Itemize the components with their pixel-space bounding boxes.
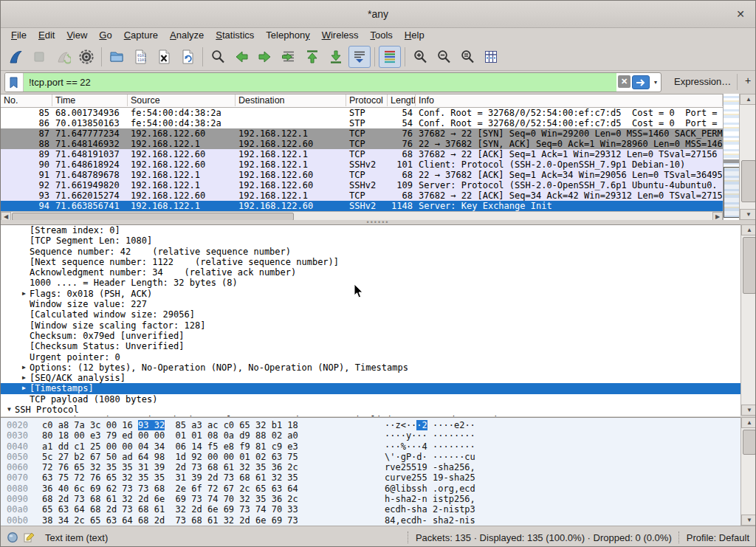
zoom-out-button[interactable] (433, 46, 455, 68)
expander-closed-icon[interactable]: ▶ (18, 415, 30, 416)
restart-capture-button[interactable] (52, 46, 74, 68)
go-back-button[interactable] (230, 46, 252, 68)
hex-ascii[interactable]: 6@libssh .org,ecd (385, 484, 475, 494)
hex-ascii[interactable]: ··z<···2 ····e2·· (385, 420, 475, 430)
menu-file[interactable]: File (5, 28, 32, 43)
hex-ascii[interactable]: h-sha2-n istp256, (385, 494, 475, 504)
scroll-up-arrow[interactable]: ▲ (741, 417, 756, 428)
packet-list-vscrollbar[interactable]: ▲ ▼ (739, 94, 756, 220)
hex-bytes[interactable]: 5c 27 b2 67 50 ad 64 98 1d 92 00 00 01 0… (42, 452, 298, 462)
expander-closed-icon[interactable]: ▶ (18, 373, 30, 383)
hex-bytes[interactable]: c0 a8 7a 3c 00 16 93 32 85 a3 ac c0 65 3… (42, 420, 298, 430)
reload-file-button[interactable] (176, 46, 199, 68)
hex-row-0060[interactable]: 006072 76 65 32 35 35 31 39 2d 73 68 61 … (1, 462, 740, 472)
minimap-viewport[interactable] (724, 167, 740, 217)
hex-row-0080[interactable]: 008036 40 6c 69 62 73 73 68 2e 6f 72 67 … (1, 484, 740, 494)
packet-row-85[interactable]: 8568.001734936fe:54:00:d4:38:2aSTP54Conf… (1, 108, 723, 118)
packet-row-94[interactable]: 9471.663856741192.168.122.1192.168.122.6… (1, 201, 723, 211)
detail-line[interactable]: [Checksum Status: Unverified] (1, 341, 740, 351)
scrollbar-thumb[interactable] (743, 237, 756, 294)
menu-help[interactable]: Help (399, 28, 430, 43)
detail-line[interactable]: [Window size scaling factor: 128] (1, 320, 740, 331)
capture-comment-button[interactable] (23, 531, 35, 543)
hex-row-0040[interactable]: 0040a1 dd c1 25 00 00 04 34 06 14 f5 e8 … (1, 441, 740, 452)
hex-ascii[interactable]: \'·gP·d· ······cu (385, 452, 475, 462)
stop-capture-button[interactable] (28, 46, 50, 68)
hex-vscrollbar[interactable]: ▲ ▼ (740, 417, 756, 526)
hex-ascii[interactable]: ····y··· ········ (385, 430, 475, 441)
profile-button[interactable]: Profile: Default (687, 532, 749, 543)
hex-row-0070[interactable]: 007063 75 72 76 65 32 35 35 31 39 2d 73 … (1, 472, 740, 483)
detail-line[interactable]: ▶SSH Version 2 (encryption:chacha20-poly… (1, 415, 740, 416)
detail-line[interactable]: ▶[SEQ/ACK analysis] (1, 373, 740, 383)
menu-analyze[interactable]: Analyze (164, 28, 210, 43)
hex-row-0050[interactable]: 00505c 27 b2 67 50 ad 64 98 1d 92 00 00 … (1, 452, 740, 462)
find-packet-button[interactable] (207, 46, 229, 68)
go-to-packet-button[interactable] (278, 46, 300, 68)
hex-ascii[interactable]: 84,ecdh- sha2-nis (385, 515, 475, 526)
scroll-down-arrow[interactable]: ▼ (741, 405, 756, 416)
packet-row-91[interactable]: 9171.648789678192.168.122.1192.168.122.6… (1, 170, 723, 180)
close-file-button[interactable] (153, 46, 175, 68)
expander-open-icon[interactable]: ▼ (4, 405, 15, 415)
scroll-down-arrow[interactable]: ▼ (741, 515, 756, 526)
intelligent-scrollbar-minimap[interactable] (723, 94, 740, 220)
detail-line[interactable]: Window size value: 227 (1, 299, 740, 309)
detail-line[interactable]: [TCP Segment Len: 1080] (1, 235, 740, 246)
column-header-time[interactable]: Time (52, 94, 128, 106)
details-vscrollbar[interactable]: ▲ ▼ (740, 224, 756, 416)
auto-scroll-button[interactable] (348, 46, 371, 68)
go-forward-button[interactable] (254, 46, 276, 68)
packet-row-87[interactable]: 8771.647777234192.168.122.60192.168.122.… (1, 128, 723, 139)
detail-line[interactable]: Sequence number: 42 (relative sequence n… (1, 247, 740, 257)
hex-bytes[interactable]: a1 dd c1 25 00 00 04 34 06 14 f5 e8 f9 8… (42, 441, 298, 452)
zoom-original-button[interactable] (456, 46, 478, 68)
hex-row-0020[interactable]: 0020c0 a8 7a 3c 00 16 93 32 85 a3 ac c0 … (1, 420, 740, 430)
menu-go[interactable]: Go (93, 28, 117, 43)
hex-bytes[interactable]: 72 76 65 32 35 35 31 39 2d 73 68 61 32 3… (42, 462, 298, 472)
hex-row-00b0[interactable]: 00b038 34 2c 65 63 64 68 2d 73 68 61 32 … (1, 515, 740, 526)
menu-capture[interactable]: Capture (118, 28, 164, 43)
expander-closed-icon[interactable]: ▶ (18, 383, 30, 393)
save-file-button[interactable]: 01011101 (129, 46, 151, 68)
scroll-up-arrow[interactable]: ▲ (740, 94, 756, 105)
hex-bytes[interactable]: 38 34 2c 65 63 64 68 2d 73 68 61 32 2d 6… (42, 515, 298, 526)
filter-apply-button[interactable] (632, 75, 650, 89)
packet-list-header[interactable]: No.TimeSourceDestinationProtocolLengthIn… (1, 94, 723, 108)
expander-closed-icon[interactable]: ▶ (18, 289, 30, 299)
hex-row-0090[interactable]: 009068 2d 73 68 61 32 2d 6e 69 73 74 70 … (1, 494, 740, 504)
packet-row-89[interactable]: 8971.648191037192.168.122.60192.168.122.… (1, 149, 723, 159)
hex-dump-pane[interactable]: 0020c0 a8 7a 3c 00 16 93 32 85 a3 ac c0 … (1, 417, 740, 529)
menu-telephony[interactable]: Telephony (260, 28, 315, 43)
go-first-button[interactable] (301, 46, 323, 68)
packet-row-90[interactable]: 9071.648618924192.168.122.60192.168.122.… (1, 159, 723, 170)
hex-bytes[interactable]: 65 63 64 68 2d 73 68 61 32 2d 6e 69 73 7… (42, 504, 298, 515)
resize-columns-button[interactable] (480, 46, 502, 68)
close-window-icon[interactable]: ✕ (733, 7, 748, 21)
colorize-button[interactable] (379, 46, 401, 68)
menu-edit[interactable]: Edit (32, 28, 61, 43)
title-bar[interactable]: *any ✕ (1, 1, 755, 28)
packet-row-86[interactable]: 8670.013850163fe:54:00:d4:38:2aSTP54Conf… (1, 118, 723, 128)
detail-line[interactable]: ▶[Timestamps] (1, 383, 740, 393)
detail-line[interactable]: [Calculated window size: 29056] (1, 309, 740, 320)
column-header-protocol[interactable]: Protocol (346, 94, 388, 106)
filter-history-dropdown[interactable]: ▾ (650, 73, 661, 92)
packet-row-93[interactable]: 9371.662015274192.168.122.60192.168.122.… (1, 190, 723, 201)
expression-button[interactable]: Expression… (674, 76, 731, 87)
zoom-in-button[interactable] (409, 46, 431, 68)
open-file-button[interactable] (106, 46, 128, 68)
detail-line[interactable]: ▼SSH Protocol (1, 405, 740, 415)
detail-line[interactable]: [Next sequence number: 1122 (relative se… (1, 257, 740, 267)
menu-wireless[interactable]: Wireless (316, 28, 365, 43)
hex-bytes[interactable]: 80 18 00 e3 79 ed 00 00 01 01 08 0a d9 8… (42, 430, 298, 441)
column-header-source[interactable]: Source (128, 94, 236, 106)
hex-bytes[interactable]: 63 75 72 76 65 32 35 35 31 39 2d 73 68 6… (42, 472, 298, 483)
hex-row-00a0[interactable]: 00a065 63 64 68 2d 73 68 61 32 2d 6e 69 … (1, 504, 740, 515)
detail-line[interactable]: Checksum: 0x79ed [unverified] (1, 331, 740, 341)
detail-line[interactable]: Urgent pointer: 0 (1, 352, 740, 362)
go-last-button[interactable] (325, 46, 347, 68)
scrollbar-thumb[interactable] (743, 430, 756, 455)
add-filter-button[interactable]: + (742, 75, 754, 88)
filter-bookmark-button[interactable] (5, 73, 24, 92)
